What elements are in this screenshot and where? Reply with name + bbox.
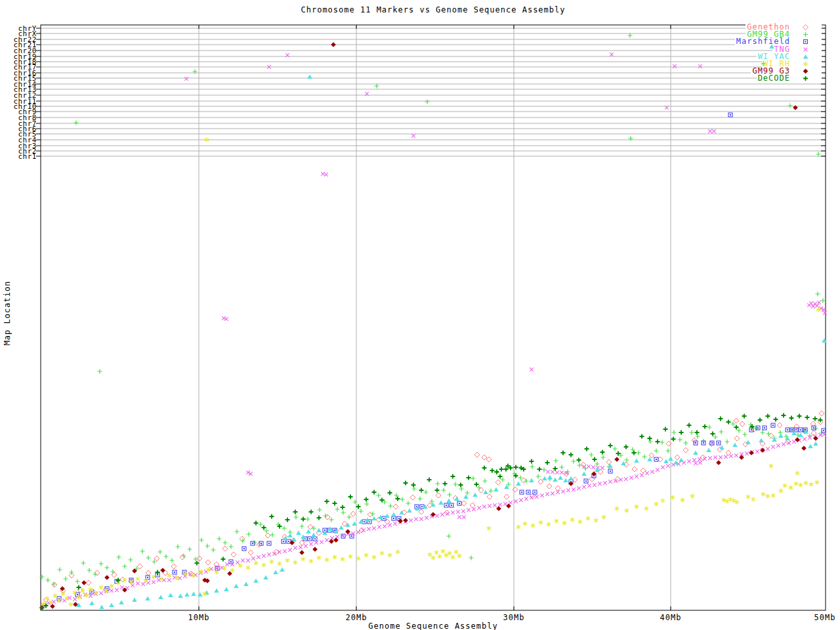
legend-symbol-filled-diamond-icon bbox=[790, 68, 820, 75]
legend-symbol-plus-icon bbox=[790, 31, 820, 38]
legend-symbol-open-square-dot-icon bbox=[790, 38, 820, 45]
legend-symbol-asterisk-icon bbox=[790, 60, 820, 68]
legend-symbol-triangle-icon bbox=[790, 53, 820, 60]
y-tick-label-chr1: chr1 bbox=[3, 154, 37, 159]
legend-item-decode: DeCODE bbox=[757, 75, 822, 82]
chart-canvas: Chromosome 11 Markers vs Genome Sequence… bbox=[0, 0, 840, 630]
x-tick-label-20Mb: 20Mb bbox=[337, 613, 376, 622]
y-axis-title: Map Location bbox=[3, 277, 12, 349]
x-tick-label-40Mb: 40Mb bbox=[651, 613, 690, 622]
legend-symbol-bold-plus-icon bbox=[790, 75, 820, 82]
legend-symbol-open-diamond-icon bbox=[790, 24, 820, 31]
legend-label: DeCODE bbox=[758, 75, 790, 82]
plot-grid bbox=[0, 0, 840, 630]
legend-symbol-x-icon bbox=[790, 46, 820, 53]
x-tick-label-50Mb: 50Mb bbox=[805, 613, 840, 622]
x-axis-title: Genome Sequence Assembly bbox=[41, 621, 826, 630]
x-tick-label-30Mb: 30Mb bbox=[494, 613, 534, 622]
x-tick-label-10Mb: 10Mb bbox=[179, 613, 219, 622]
